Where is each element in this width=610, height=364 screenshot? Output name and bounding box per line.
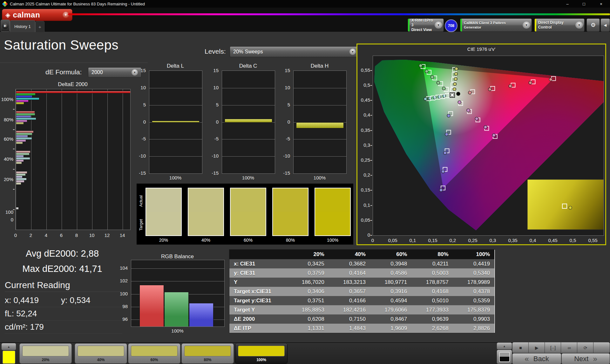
- target-swatch: [188, 212, 223, 235]
- swatch-label: 80%: [272, 238, 308, 243]
- cie-x-tick-label: 0,15: [426, 238, 440, 243]
- deltae-x-tick-label: 0: [12, 233, 19, 238]
- y-tick-label: 15: [208, 68, 219, 73]
- delta-l-y-axis: 151050-5-10-15: [135, 71, 148, 173]
- deltae-x-tick-label: 14: [119, 233, 125, 238]
- close-button[interactable]: ×: [592, 0, 610, 8]
- swatch-row-label: Actual: [139, 190, 144, 212]
- pattern-tile-80%[interactable]: 80%: [181, 343, 234, 364]
- measured-marker: [445, 133, 448, 136]
- y-tick-label: -10: [279, 153, 290, 158]
- y-tick-label: 0: [208, 119, 219, 125]
- y-tick-label: -15: [279, 170, 290, 176]
- gridline: [149, 156, 202, 157]
- measured-marker: [447, 114, 450, 117]
- y-tick-label: 0: [279, 119, 290, 125]
- workflow-nav-button[interactable]: ▶: [1, 20, 10, 32]
- table-cell: 0,5003: [411, 268, 453, 278]
- max-de2000: Max dE2000: 41,71: [0, 264, 125, 274]
- pattern-tile-100%[interactable]: 100%: [235, 343, 288, 364]
- pattern-tile-40%[interactable]: 40%: [75, 343, 127, 364]
- gridline: [46, 89, 47, 230]
- maximize-button[interactable]: □: [576, 0, 592, 8]
- minimize-button[interactable]: –: [559, 0, 576, 8]
- cie-x-axis: 00,050,10,150,20,250,30,350,40,450,50,55: [373, 236, 603, 243]
- pattern-color-swatch[interactable]: [3, 351, 15, 364]
- bracket-dots-button[interactable]: [··]: [545, 342, 561, 353]
- chevrons-right-icon: »: [593, 354, 597, 363]
- table-cell: 0,3406: [287, 287, 329, 296]
- calman-menu-button[interactable]: ◈ calman ▼: [2, 9, 72, 21]
- play-button[interactable]: ▶: [528, 342, 545, 353]
- measured-marker: [453, 88, 456, 91]
- de-formula-dropdown[interactable]: 2000 ▼: [88, 67, 141, 78]
- actual-target-swatch-strip: ActualTarget20%40%60%80%100%: [137, 184, 353, 245]
- actual-swatch: [146, 188, 181, 212]
- expand-transport-button[interactable]: ▲: [497, 342, 512, 350]
- calman-window: Calman 2025 Calman Ultimate for Business…: [0, 0, 610, 364]
- table-cell: 179,6066: [370, 305, 411, 314]
- window-title: Calman 2025 Calman Ultimate for Business…: [10, 2, 145, 6]
- table-row: y: CIE310,37590,41640,45860,50030,5340: [229, 268, 495, 278]
- next-button[interactable]: Next »: [561, 353, 610, 364]
- y-tick-label: 100: [117, 291, 128, 296]
- row-label: x: CIE31: [229, 259, 287, 268]
- table-cell: 183,3213: [329, 278, 370, 287]
- actual-swatch: [315, 188, 350, 212]
- measured-marker: [430, 76, 434, 79]
- display-control-selector[interactable]: Direct Display Control ▼: [534, 18, 585, 32]
- measured-marker: [425, 70, 428, 73]
- arrow-right-icon: ▶: [2, 23, 8, 29]
- target-swatch: [146, 212, 181, 235]
- measured-marker: [433, 96, 436, 99]
- cie-y-tick-label: 0,05: [358, 217, 370, 223]
- delta-h-x-label: 100%: [293, 175, 346, 180]
- empty-button[interactable]: [593, 342, 610, 353]
- target-swatch: [231, 212, 266, 235]
- tick: [370, 220, 372, 221]
- page-title: Saturation Sweeps: [4, 37, 119, 53]
- deltae-y-tick-label: 60%: [0, 136, 13, 142]
- back-button[interactable]: « Back: [512, 353, 561, 364]
- chevron-down-icon: ▼: [523, 22, 530, 29]
- pattern-tile-20%[interactable]: 20%: [19, 343, 72, 364]
- tab-history-1[interactable]: History 1: [10, 20, 35, 32]
- levels-dropdown[interactable]: 20% Sweeps ▼: [230, 46, 359, 57]
- gridline: [149, 105, 202, 105]
- expand-patterns-button[interactable]: ▲: [1, 343, 16, 350]
- y-tick-label: 5: [135, 102, 146, 107]
- measured-marker: [475, 117, 478, 120]
- levels-value: 20% Sweeps: [233, 49, 263, 55]
- infinity-button[interactable]: ∞: [561, 342, 578, 353]
- gridline: [149, 139, 202, 139]
- pattern-window-button[interactable]: [497, 350, 512, 364]
- meter-selector[interactable]: X-Rite i1Pro 3 Direct View ▼: [408, 18, 444, 32]
- meter-count-badge[interactable]: 708: [445, 19, 458, 32]
- cie-x-tick-label: 0,5: [566, 238, 580, 243]
- refresh-button[interactable]: ⟳: [577, 342, 594, 353]
- delta-bar: [152, 121, 200, 123]
- settings-button[interactable]: ⚙: [586, 18, 600, 32]
- add-tab-button[interactable]: +: [35, 21, 44, 32]
- gear-icon: ⚙: [591, 22, 596, 29]
- gridline: [107, 89, 108, 230]
- gridline: [62, 89, 62, 230]
- delta-bar: [225, 119, 272, 123]
- table-row: ΔE 20000,62080,71500,84670,96390,9903: [229, 314, 495, 324]
- table-cell: 178,9989: [453, 278, 495, 287]
- source-selector[interactable]: CalMAN Client 3 Pattern Generator ▼: [460, 18, 532, 32]
- table-row: Target y:CIE310,37510,41660,45940,50100,…: [229, 296, 495, 305]
- y-tick-label: 5: [279, 102, 290, 107]
- collapse-panel-button[interactable]: ◀: [600, 18, 610, 32]
- actual-swatch: [231, 188, 266, 212]
- tick: [13, 189, 15, 190]
- pattern-tile-60%[interactable]: 60%: [128, 343, 180, 364]
- cie-x-tick-label: 0,55: [586, 238, 600, 243]
- table-cell: 2,6268: [411, 324, 453, 333]
- gridline: [294, 139, 346, 139]
- cie-y-tick-label: 0: [358, 232, 370, 238]
- column-header: 40%: [329, 250, 370, 259]
- stop-button[interactable]: ■: [512, 342, 529, 353]
- tick: [370, 235, 372, 236]
- measured-marker: [454, 72, 458, 76]
